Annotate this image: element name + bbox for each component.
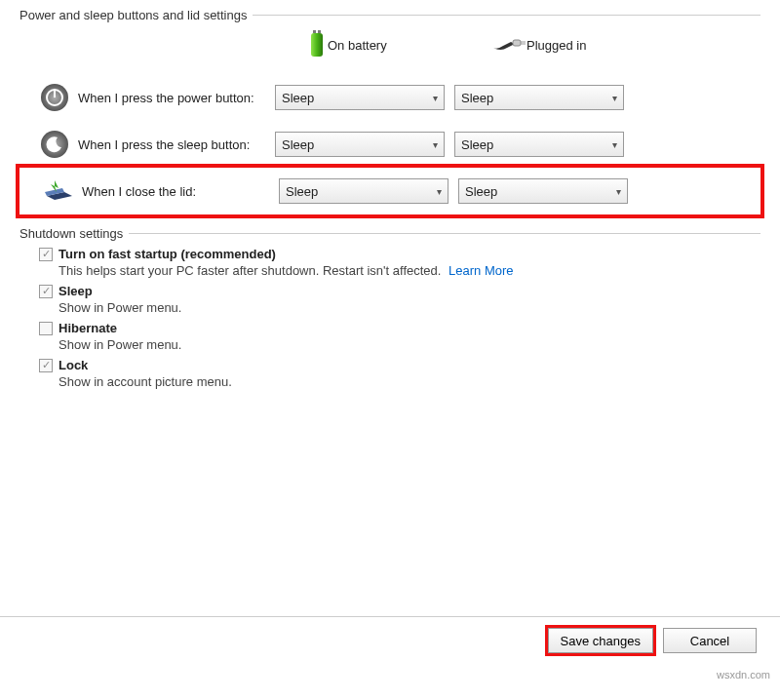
power-button-icon — [39, 82, 70, 113]
chevron-down-icon: ▾ — [612, 93, 617, 103]
power-button-on-battery-select[interactable]: Sleep ▾ — [275, 85, 445, 110]
lock-title: Lock — [58, 358, 88, 372]
close-lid-on-battery-select[interactable]: Sleep ▾ — [279, 178, 448, 204]
plug-icon — [491, 34, 526, 57]
chevron-down-icon: ▾ — [433, 139, 438, 150]
fast-startup-item: ✓ Turn on fast startup (recommended) Thi… — [39, 247, 760, 278]
hibernate-checkbox[interactable] — [39, 322, 53, 335]
battery-icon — [306, 30, 328, 60]
chevron-down-icon: ▾ — [433, 93, 438, 103]
on-battery-label: On battery — [328, 38, 387, 53]
learn-more-link[interactable]: Learn More — [448, 263, 513, 278]
lock-checkbox[interactable]: ✓ — [39, 359, 53, 372]
power-button-plugged-in-select[interactable]: Sleep ▾ — [454, 85, 624, 110]
sleep-item: ✓ Sleep Show in Power menu. — [39, 284, 760, 315]
fast-startup-desc: This helps start your PC faster after sh… — [58, 263, 760, 278]
close-lid-row: When I close the lid: Sleep ▾ Sleep ▾ — [20, 168, 760, 214]
section-legend-row: Power and sleep buttons and lid settings — [20, 8, 760, 22]
sleep-desc: Show in Power menu. — [58, 300, 760, 315]
sleep-button-on-battery-select[interactable]: Sleep ▾ — [275, 132, 445, 157]
divider — [129, 233, 760, 234]
lock-desc: Show in account picture menu. — [58, 374, 760, 389]
shutdown-section: Shutdown settings ✓ Turn on fast startup… — [0, 226, 780, 389]
sleep-button-plugged-in-select[interactable]: Sleep ▾ — [454, 132, 624, 157]
power-button-row: When I press the power button: Sleep ▾ S… — [39, 74, 760, 121]
chevron-down-icon: ▾ — [612, 139, 617, 150]
hibernate-title: Hibernate — [58, 321, 117, 335]
cancel-button[interactable]: Cancel — [663, 628, 757, 653]
svg-rect-1 — [318, 30, 321, 33]
lid-icon — [43, 175, 74, 207]
svg-rect-0 — [313, 30, 316, 33]
plugged-in-label: Plugged in — [526, 38, 586, 53]
shutdown-legend: Shutdown settings — [20, 226, 123, 241]
section-legend: Power and sleep buttons and lid settings — [20, 8, 247, 22]
watermark: wsxdn.com — [717, 669, 770, 681]
close-lid-label: When I close the lid: — [74, 184, 279, 199]
chevron-down-icon: ▾ — [437, 186, 442, 197]
svg-rect-2 — [311, 33, 323, 57]
sleep-title: Sleep — [58, 284, 93, 298]
shutdown-legend-row: Shutdown settings — [20, 226, 760, 241]
fast-startup-checkbox[interactable]: ✓ — [39, 248, 53, 261]
sleep-button-icon — [39, 129, 70, 160]
divider — [253, 15, 760, 16]
column-headers: On battery Plugged in — [20, 30, 760, 60]
hibernate-item: Hibernate Show in Power menu. — [39, 321, 760, 352]
power-button-label: When I press the power button: — [70, 91, 275, 105]
hibernate-desc: Show in Power menu. — [58, 337, 760, 352]
svg-rect-3 — [513, 40, 521, 46]
sleep-checkbox[interactable]: ✓ — [39, 285, 53, 298]
fast-startup-title: Turn on fast startup (recommended) — [58, 247, 276, 261]
close-lid-plugged-in-select[interactable]: Sleep ▾ — [458, 178, 628, 204]
button-bar: Save changes Cancel — [548, 628, 757, 653]
lock-item: ✓ Lock Show in account picture menu. — [39, 358, 760, 389]
shutdown-list: ✓ Turn on fast startup (recommended) Thi… — [39, 247, 760, 389]
sleep-button-label: When I press the sleep button: — [70, 137, 275, 152]
sleep-button-row: When I press the sleep button: Sleep ▾ S… — [39, 121, 760, 168]
plugged-in-header: Plugged in — [491, 34, 677, 57]
chevron-down-icon: ▾ — [616, 186, 621, 197]
on-battery-header: On battery — [306, 30, 491, 60]
save-changes-button[interactable]: Save changes — [548, 628, 653, 653]
power-sleep-section: Power and sleep buttons and lid settings — [0, 8, 780, 214]
